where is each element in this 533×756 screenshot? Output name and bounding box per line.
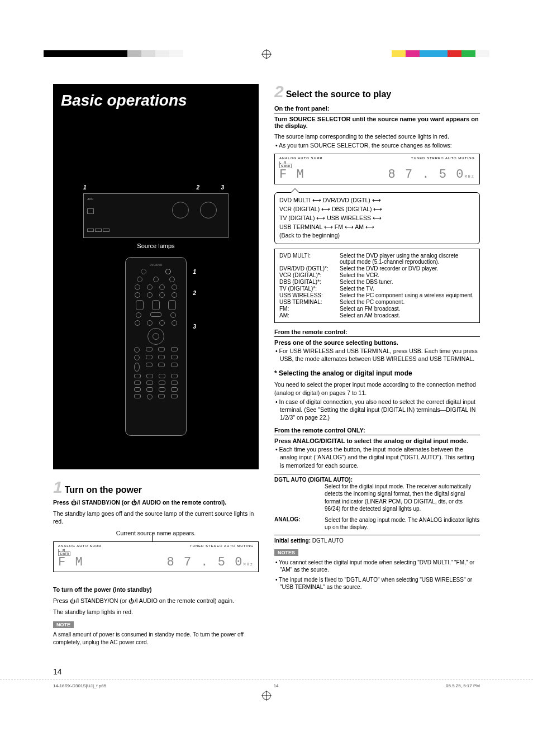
left-column: Basic operations JVC 1 2 3 bbox=[53, 84, 259, 646]
initial-setting: Initial setting: DGTL AUTO bbox=[274, 535, 480, 544]
title-banner: Basic operations JVC 1 2 3 bbox=[53, 84, 259, 469]
callout-2: 2 bbox=[196, 184, 199, 191]
analog-digital-body: You need to select the proper input mode… bbox=[274, 381, 480, 396]
footer-timestamp: 05.5.25, 5:17 PM bbox=[446, 683, 480, 688]
display-caption: Current source name appears. bbox=[53, 529, 259, 537]
display-panel-1: ANALOG AUTO SURR TUNED STEREO AUTO MUTIN… bbox=[53, 541, 259, 572]
remote-diagram: DVD/DVR bbox=[125, 257, 187, 436]
power-icon: ⏻/l bbox=[70, 597, 79, 604]
step-1-instruction: Press ⏻/l STANDBY/ON (or ⏻/l AUDIO on th… bbox=[53, 498, 259, 506]
footer-file: 14-16RX-D301S[UJ]_f.p65 bbox=[53, 683, 106, 688]
power-icon: ⏻/l bbox=[71, 499, 80, 506]
remote-bullet: • For USB WIRELESS and USB TERMINAL, pre… bbox=[274, 347, 480, 363]
front-panel-bullet: • As you turn SOURCE SELECTOR, the sourc… bbox=[274, 141, 480, 149]
notes-item-2: • The input mode is fixed to "DGTL AUTO"… bbox=[274, 576, 480, 591]
page-title: Basic operations bbox=[61, 92, 251, 110]
notes-item-1: • You cannot select the digital input mo… bbox=[274, 559, 480, 574]
callout-1: 1 bbox=[83, 184, 87, 191]
display-panel-2: ANALOG AUTO SURR TUNED STEREO AUTO MUTIN… bbox=[274, 154, 480, 184]
flow-line: VCR (DIGITAL) ⟷ DBS (DIGITAL) ⟷ bbox=[279, 205, 475, 214]
footer-page: 14 bbox=[274, 683, 279, 688]
note-body: A small amount of power is consumed in s… bbox=[53, 631, 259, 646]
remote-instruction: Press one of the source selecting button… bbox=[274, 339, 480, 346]
color-bar-right bbox=[392, 50, 489, 57]
remote-callout-3: 3 bbox=[193, 324, 196, 330]
power-off-body1: Press ⏻/l STANDBY/ON (or ⏻/l AUDIO on th… bbox=[53, 597, 259, 605]
notes-tag: NOTES bbox=[274, 549, 298, 556]
remote-only-heading: From the remote control ONLY: bbox=[274, 427, 480, 435]
remote-callout-1: 1 bbox=[193, 269, 196, 275]
remote-only-instruction: Press ANALOG/DIGITAL to select the analo… bbox=[274, 438, 480, 444]
source-flow-box: DVD MULTI ⟷ DVR/DVD (DGTL) ⟷ VCR (DIGITA… bbox=[274, 192, 480, 244]
remote-heading: From the remote control: bbox=[274, 329, 480, 337]
front-panel-heading: On the front panel: bbox=[274, 105, 480, 113]
step-2-number: 2 bbox=[274, 84, 284, 99]
step-1-heading: 1 Turn on the power bbox=[53, 479, 259, 495]
print-footer: 14-16RX-D301S[UJ]_f.p65 14 05.5.25, 5:17… bbox=[0, 679, 533, 688]
power-icon: ⏻/l bbox=[129, 597, 137, 604]
dgtl-auto-heading: DGTL AUTO (DIGITAL AUTO): bbox=[274, 477, 480, 483]
dgtl-auto-desc: Select for the digital input mode. The r… bbox=[325, 483, 480, 513]
power-off-heading: To turn off the power (into standby) bbox=[53, 586, 259, 593]
analog-digital-bullet: • In case of digital connection, you als… bbox=[274, 398, 480, 422]
step-2-title: Select the source to play bbox=[286, 89, 392, 99]
remote-only-bullet: • Each time you press the button, the in… bbox=[274, 445, 480, 469]
registration-mark-bottom-icon bbox=[0, 691, 533, 703]
analog-digital-heading: * Selecting the analog or digital input … bbox=[274, 369, 480, 377]
step-1-body: The standby lamp goes off and the source… bbox=[53, 510, 259, 525]
note-tag: NOTE bbox=[53, 621, 74, 628]
registration-mark-icon bbox=[261, 49, 272, 61]
front-panel-instruction: Turn SOURCE SELECTOR until the source na… bbox=[274, 116, 480, 129]
front-panel-body: The source lamp corresponding to the sel… bbox=[274, 132, 480, 140]
flow-line: DVD MULTI ⟷ DVR/DVD (DGTL) ⟷ bbox=[279, 196, 475, 205]
crop-registration-area bbox=[0, 0, 533, 61]
page-content: Basic operations JVC 1 2 3 bbox=[0, 61, 533, 657]
color-bar-left bbox=[44, 50, 183, 57]
flow-line: TV (DIGITAL) ⟷ USB WIRELESS ⟷ bbox=[279, 214, 475, 223]
source-lamps-label: Source lamps bbox=[61, 243, 251, 249]
power-icon: ⏻/l bbox=[131, 499, 141, 506]
callout-3: 3 bbox=[221, 184, 224, 191]
flow-line: USB TERMINAL ⟷ FM ⟷ AM ⟷ bbox=[279, 223, 475, 232]
mode-block: DGTL AUTO (DIGITAL AUTO): Select for the… bbox=[274, 474, 480, 544]
page-number: 14 bbox=[53, 667, 533, 676]
step-2-heading: 2 Select the source to play bbox=[274, 84, 480, 99]
step-1-title: Turn on the power bbox=[65, 485, 142, 495]
device-diagram: JVC 1 2 3 Source lamps DVD/DVR bbox=[61, 193, 251, 436]
flow-line: (Back to the beginning) bbox=[279, 231, 475, 240]
remote-callout-2: 2 bbox=[193, 290, 196, 296]
source-table: DVD MULTI:Select the DVD player using th… bbox=[274, 249, 480, 323]
right-column: 2 Select the source to play On the front… bbox=[274, 84, 480, 646]
power-off-body2: The standby lamp lights in red. bbox=[53, 608, 259, 616]
step-1-number: 1 bbox=[53, 479, 63, 495]
